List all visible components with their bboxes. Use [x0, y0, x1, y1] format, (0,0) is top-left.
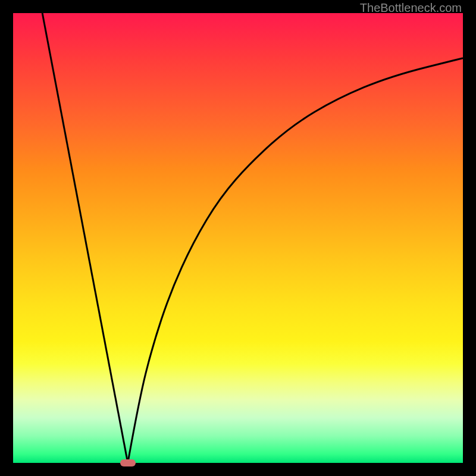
right-branch-line: [128, 58, 463, 463]
chart-frame: TheBottleneck.com: [0, 0, 476, 476]
branding-text: TheBottleneck.com: [360, 1, 462, 15]
minimum-marker: [120, 459, 136, 466]
left-branch-line: [42, 13, 128, 463]
plot-area: [13, 13, 463, 463]
bottleneck-curve: [13, 13, 463, 463]
